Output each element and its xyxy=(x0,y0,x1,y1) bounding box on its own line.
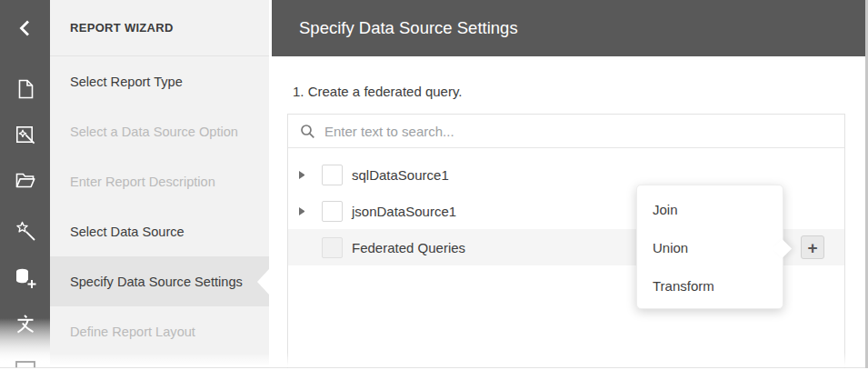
wizard-step-select-data-source[interactable]: Select Data Source xyxy=(50,206,269,256)
open-report-icon xyxy=(13,167,38,193)
search-icon xyxy=(300,124,315,139)
menu-item-join[interactable]: Join xyxy=(637,190,783,228)
wizard-step-select-data-source-option: Select a Data Source Option xyxy=(50,106,269,156)
localization-button[interactable] xyxy=(0,312,50,337)
menu-item-union[interactable]: Union xyxy=(637,228,783,266)
wizard-step-enter-report-description: Enter Report Description xyxy=(50,156,269,206)
new-report-button[interactable] xyxy=(0,76,50,102)
wizard-step-label: Enter Report Description xyxy=(70,175,215,189)
expand-arrow-icon[interactable] xyxy=(299,207,306,215)
instruction-text: 1. Create a federated query. xyxy=(293,84,463,99)
add-data-source-icon xyxy=(13,265,38,290)
magic-wand-icon xyxy=(13,218,38,244)
page-title: Specify Data Source Settings xyxy=(272,0,865,56)
design-in-wizard-button[interactable] xyxy=(0,218,50,244)
report-wizard-icon xyxy=(13,122,38,147)
localization-icon xyxy=(13,312,38,337)
expand-arrow-icon[interactable] xyxy=(299,171,306,179)
wizard-step-label: Specify Data Source Settings xyxy=(70,275,243,289)
wizard-step-define-report-layout: Define Report Layout xyxy=(50,306,269,356)
wizard-panel-title: REPORT WIZARD xyxy=(50,0,269,56)
new-report-icon xyxy=(13,76,38,102)
back-button[interactable] xyxy=(0,0,50,56)
tree-row-label: jsonDataSource1 xyxy=(352,204,456,219)
search-input[interactable] xyxy=(324,124,835,139)
tree-row-label: sqlDataSource1 xyxy=(352,167,449,183)
page-title-text: Specify Data Source Settings xyxy=(299,18,518,38)
checkbox-sqldatasource1[interactable] xyxy=(322,165,343,185)
designer-toolbar xyxy=(0,0,50,370)
report-wizard-dialog: REPORT WIZARD Select Report Type Select … xyxy=(0,0,868,370)
wizard-step-label: Select Data Source xyxy=(70,225,185,239)
add-query-button[interactable]: + xyxy=(801,235,824,259)
wizard-step-specify-data-source-settings[interactable]: Specify Data Source Settings xyxy=(50,256,269,306)
checkbox-federated-queries[interactable] xyxy=(322,237,343,258)
wizard-steps-panel: REPORT WIZARD Select Report Type Select … xyxy=(50,0,269,370)
wizard-step-select-report-type[interactable]: Select Report Type xyxy=(50,56,269,106)
add-data-source-button[interactable] xyxy=(0,265,50,290)
wizard-step-label: Select Report Type xyxy=(70,75,183,89)
checkbox-jsondatasource1[interactable] xyxy=(322,201,343,222)
wizard-step-label: Select a Data Source Option xyxy=(70,125,238,139)
search-box xyxy=(288,115,844,148)
wizard-step-label: Define Report Layout xyxy=(70,325,195,339)
chevron-left-icon xyxy=(16,17,35,39)
tree-row-label: Federated Queries xyxy=(352,240,465,255)
new-via-wizard-button[interactable] xyxy=(0,122,50,147)
query-type-menu: Join Union Transform xyxy=(636,185,783,309)
menu-item-transform[interactable]: Transform xyxy=(637,266,783,305)
open-report-button[interactable] xyxy=(0,167,50,193)
